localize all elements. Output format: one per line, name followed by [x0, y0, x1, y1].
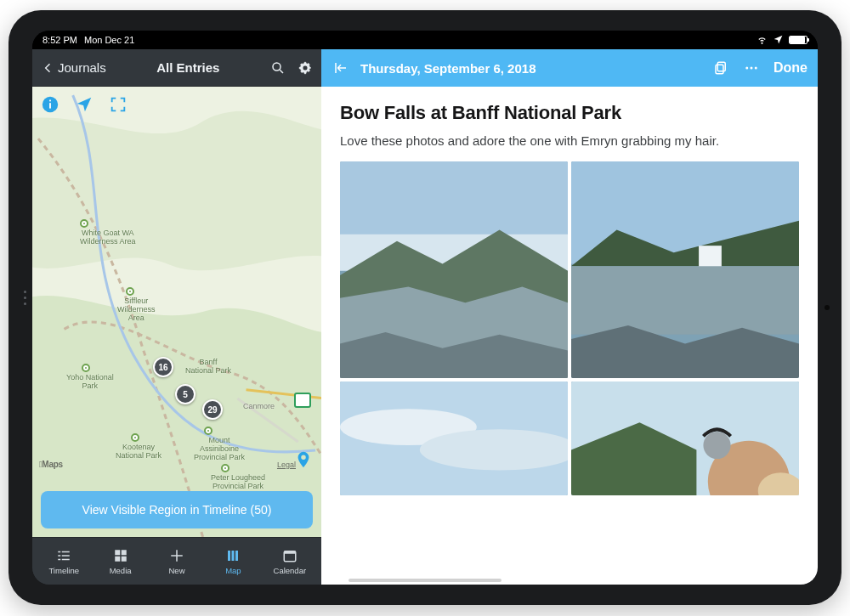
maps-attribution: Maps — [39, 460, 63, 469]
park-marker — [126, 287, 134, 296]
svg-rect-8 — [62, 555, 70, 557]
entry-photo[interactable] — [571, 381, 799, 495]
sidebar-title: All Entries — [156, 60, 219, 75]
tab-new[interactable]: New — [149, 547, 205, 575]
entry-date: Thursday, September 6, 2018 — [360, 61, 702, 76]
media-icon — [112, 547, 129, 564]
svg-rect-35 — [699, 246, 722, 268]
svg-rect-10 — [62, 559, 70, 561]
entry-photo[interactable] — [340, 381, 568, 495]
map-view[interactable]: 16 5 29 White Goat WAWilderness Area Sif… — [32, 87, 321, 537]
svg-rect-5 — [58, 551, 60, 553]
map-label: BanffNational Park — [185, 359, 231, 376]
battery-icon — [789, 36, 808, 44]
entry-text: Love these photos and adore the one with… — [340, 133, 799, 150]
svg-rect-13 — [115, 557, 120, 562]
svg-rect-36 — [571, 267, 799, 335]
tab-timeline[interactable]: Timeline — [36, 547, 92, 575]
calendar-icon — [281, 547, 298, 564]
search-icon[interactable] — [270, 60, 286, 76]
photo-grid — [340, 161, 799, 495]
map-label: Peter LougheedProvincial Park — [211, 474, 265, 491]
svg-rect-18 — [232, 551, 235, 561]
svg-point-26 — [751, 67, 753, 70]
entry-pane: Thursday, September 6, 2018 Done — [321, 49, 818, 585]
drop-pin-icon[interactable] — [294, 449, 313, 471]
park-marker — [204, 427, 212, 435]
map-icon — [224, 547, 241, 564]
svg-point-25 — [745, 67, 748, 70]
more-icon[interactable] — [743, 59, 760, 76]
sidebar-header: Journals All Entries — [32, 49, 321, 87]
map-label: MountAssiniboineProvincial Park — [194, 437, 245, 462]
route-marker — [294, 393, 311, 408]
map-cluster-pin[interactable]: 16 — [153, 357, 173, 377]
back-button[interactable]: Journals — [41, 60, 106, 75]
status-bar: 8:52 PM Mon Dec 21 — [32, 31, 818, 49]
done-button[interactable]: Done — [774, 60, 808, 76]
location-icon — [773, 34, 784, 47]
wifi-icon — [756, 34, 768, 47]
svg-rect-19 — [235, 551, 238, 561]
map-label: Canmore — [243, 403, 275, 411]
svg-point-44 — [703, 432, 730, 459]
locate-icon[interactable] — [75, 95, 94, 114]
sidebar-pane: Journals All Entries — [32, 49, 321, 585]
maps-legal-link[interactable]: Legal — [277, 461, 296, 469]
svg-rect-12 — [121, 550, 126, 555]
scroll-indicator — [348, 579, 502, 582]
tab-media[interactable]: Media — [92, 547, 148, 575]
park-marker — [131, 433, 139, 442]
map-terrain — [32, 87, 321, 537]
park-marker — [80, 219, 88, 228]
svg-rect-3 — [49, 103, 51, 108]
status-time: 8:52 PM — [42, 35, 77, 45]
expand-icon[interactable] — [109, 95, 128, 114]
svg-rect-4 — [49, 100, 51, 102]
timeline-icon — [55, 547, 72, 564]
info-icon[interactable] — [41, 95, 60, 114]
svg-point-0 — [273, 63, 280, 71]
svg-rect-6 — [62, 551, 70, 553]
entry-photo[interactable] — [340, 161, 568, 378]
tab-map[interactable]: Map — [205, 547, 261, 575]
park-marker — [82, 364, 90, 372]
status-date: Mon Dec 21 — [84, 35, 134, 45]
tab-calendar[interactable]: Calendar — [262, 547, 318, 575]
svg-rect-16 — [171, 555, 183, 557]
svg-rect-7 — [58, 555, 60, 557]
svg-rect-24 — [716, 65, 723, 74]
view-region-button[interactable]: View Visible Region in Timeline (50) — [41, 491, 313, 528]
entry-header: Thursday, September 6, 2018 Done — [321, 49, 818, 87]
entry-body[interactable]: Bow Falls at Banff National Park Love th… — [321, 87, 818, 585]
gear-icon[interactable] — [298, 60, 313, 76]
entry-title: Bow Falls at Banff National Park — [340, 102, 799, 124]
back-label: Journals — [58, 60, 106, 75]
map-label: SiffleurWildernessArea — [117, 297, 156, 323]
svg-rect-21 — [284, 551, 296, 554]
svg-rect-22 — [335, 63, 337, 73]
map-label: KootenayNational Park — [116, 444, 162, 461]
entry-photo[interactable] — [571, 161, 799, 378]
svg-rect-14 — [121, 557, 126, 562]
map-label: White Goat WAWilderness Area — [80, 229, 136, 246]
plus-icon — [168, 547, 185, 564]
svg-point-27 — [755, 67, 757, 70]
bottom-tab-bar: Timeline Media New — [32, 537, 321, 585]
map-label: Yoho NationalPark — [66, 374, 114, 391]
svg-rect-23 — [717, 62, 725, 71]
svg-rect-11 — [115, 550, 120, 555]
map-cluster-pin[interactable]: 29 — [202, 399, 223, 420]
svg-rect-9 — [58, 559, 60, 561]
map-cluster-pin[interactable]: 5 — [175, 384, 196, 404]
copy-icon[interactable] — [712, 59, 729, 76]
park-marker — [221, 464, 230, 472]
entry-back-icon[interactable] — [332, 59, 350, 77]
svg-rect-17 — [228, 551, 230, 561]
